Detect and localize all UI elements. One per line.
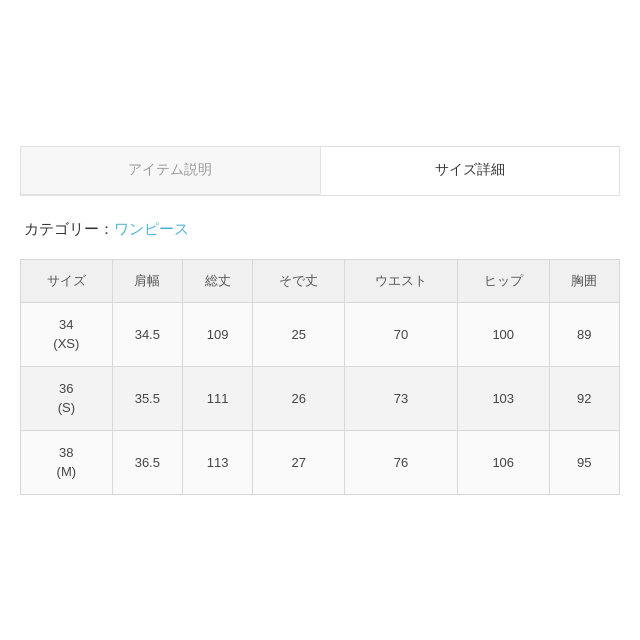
cell-waist: 73: [345, 366, 458, 430]
col-header-hip: ヒップ: [457, 259, 549, 302]
cell-bust: 95: [549, 430, 619, 494]
category-row: カテゴリー：ワンピース: [20, 220, 620, 239]
cell-total_length: 111: [183, 366, 253, 430]
cell-sleeve: 26: [253, 366, 345, 430]
col-header-shoulder: 肩幅: [112, 259, 182, 302]
cell-hip: 100: [457, 302, 549, 366]
size-table: サイズ 肩幅 総丈 そで丈 ウエスト ヒップ 胸囲 34(XS)34.51092…: [20, 259, 620, 495]
cell-total_length: 113: [183, 430, 253, 494]
cell-bust: 89: [549, 302, 619, 366]
cell-hip: 106: [457, 430, 549, 494]
tab-size-detail[interactable]: サイズ詳細: [320, 146, 621, 195]
cell-total_length: 109: [183, 302, 253, 366]
col-header-sleeve: そで丈: [253, 259, 345, 302]
cell-hip: 103: [457, 366, 549, 430]
cell-shoulder: 36.5: [112, 430, 182, 494]
cell-shoulder: 35.5: [112, 366, 182, 430]
page-container: アイテム説明 サイズ詳細 カテゴリー：ワンピース サイズ 肩幅 総丈 そで丈 ウ…: [20, 146, 620, 495]
category-value[interactable]: ワンピース: [114, 220, 189, 237]
cell-size: 36(S): [21, 366, 113, 430]
cell-shoulder: 34.5: [112, 302, 182, 366]
col-header-total-length: 総丈: [183, 259, 253, 302]
cell-size: 38(M): [21, 430, 113, 494]
col-header-size: サイズ: [21, 259, 113, 302]
table-row: 36(S)35.5111267310392: [21, 366, 620, 430]
cell-waist: 70: [345, 302, 458, 366]
col-header-waist: ウエスト: [345, 259, 458, 302]
table-header-row: サイズ 肩幅 総丈 そで丈 ウエスト ヒップ 胸囲: [21, 259, 620, 302]
cell-sleeve: 25: [253, 302, 345, 366]
table-row: 38(M)36.5113277610695: [21, 430, 620, 494]
cell-size: 34(XS): [21, 302, 113, 366]
col-header-bust: 胸囲: [549, 259, 619, 302]
tab-description[interactable]: アイテム説明: [20, 146, 320, 195]
tabs: アイテム説明 サイズ詳細: [20, 146, 620, 196]
table-row: 34(XS)34.5109257010089: [21, 302, 620, 366]
category-label: カテゴリー：: [24, 220, 114, 237]
cell-sleeve: 27: [253, 430, 345, 494]
cell-waist: 76: [345, 430, 458, 494]
cell-bust: 92: [549, 366, 619, 430]
